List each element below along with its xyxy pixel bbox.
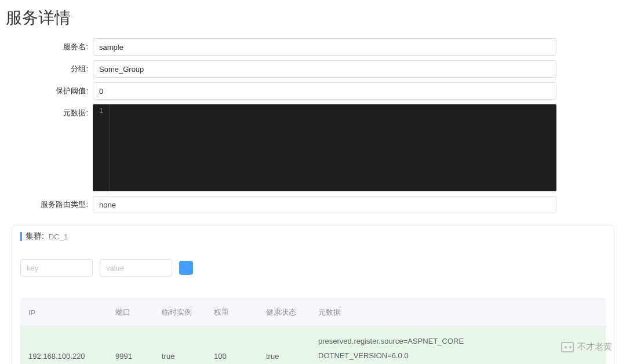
col-ephemeral: 临时实例 bbox=[154, 299, 206, 326]
page-title: 服务详情 bbox=[0, 0, 626, 38]
label-threshold: 保护阈值: bbox=[0, 82, 93, 100]
row-metadata: 元数据: 1 bbox=[0, 104, 626, 191]
label-route-type: 服务路由类型: bbox=[0, 196, 93, 213]
cluster-card: 集群: DC_1 IP 端口 临时实例 权重 健康状态 元数据 192.168.… bbox=[12, 225, 614, 364]
filter-value-input[interactable] bbox=[100, 259, 172, 276]
metadata-line: DOTNET_VERSION=6.0.0 bbox=[318, 349, 598, 363]
cell-health: true bbox=[258, 326, 310, 365]
watermark: 不才老黄 bbox=[561, 341, 612, 352]
row-route-type: 服务路由类型: bbox=[0, 196, 626, 213]
label-group: 分组: bbox=[0, 60, 93, 78]
filter-search-button[interactable] bbox=[179, 261, 193, 275]
cluster-name: DC_1 bbox=[49, 232, 68, 241]
cell-weight: 100 bbox=[206, 326, 258, 365]
editor-gutter: 1 bbox=[93, 104, 110, 191]
row-group: 分组: bbox=[0, 60, 626, 78]
col-metadata: 元数据 bbox=[310, 299, 606, 326]
col-port: 端口 bbox=[107, 299, 154, 326]
row-service-name: 服务名: bbox=[0, 38, 626, 56]
cell-ip: 192.168.100.220 bbox=[20, 326, 107, 365]
filter-row bbox=[20, 259, 606, 276]
wechat-icon bbox=[561, 342, 574, 352]
col-health: 健康状态 bbox=[258, 299, 310, 326]
cluster-header: 集群: DC_1 bbox=[20, 231, 606, 242]
row-threshold: 保护阈值: bbox=[0, 82, 626, 100]
input-group[interactable] bbox=[93, 60, 556, 78]
filter-key-input[interactable] bbox=[20, 259, 93, 276]
input-threshold[interactable] bbox=[93, 82, 556, 100]
table-header-row: IP 端口 临时实例 权重 健康状态 元数据 bbox=[20, 299, 606, 326]
input-service-name[interactable] bbox=[93, 38, 556, 56]
cluster-accent-bar bbox=[20, 232, 22, 241]
table-row[interactable]: 192.168.100.220 9991 true 100 true prese… bbox=[20, 326, 606, 365]
cluster-label: 集群: bbox=[26, 231, 44, 242]
instances-table: IP 端口 临时实例 权重 健康状态 元数据 192.168.100.220 9… bbox=[20, 299, 606, 364]
metadata-line: preserved.register.source=ASPNET_CORE bbox=[318, 334, 598, 349]
label-service-name: 服务名: bbox=[0, 38, 93, 56]
watermark-text: 不才老黄 bbox=[577, 341, 612, 352]
col-weight: 权重 bbox=[206, 299, 258, 326]
label-metadata: 元数据: bbox=[0, 104, 93, 122]
col-ip: IP bbox=[20, 299, 107, 326]
metadata-code-editor[interactable]: 1 bbox=[93, 104, 556, 191]
cell-port: 9991 bbox=[107, 326, 154, 365]
input-route-type[interactable] bbox=[93, 196, 556, 213]
cell-ephemeral: true bbox=[154, 326, 206, 365]
